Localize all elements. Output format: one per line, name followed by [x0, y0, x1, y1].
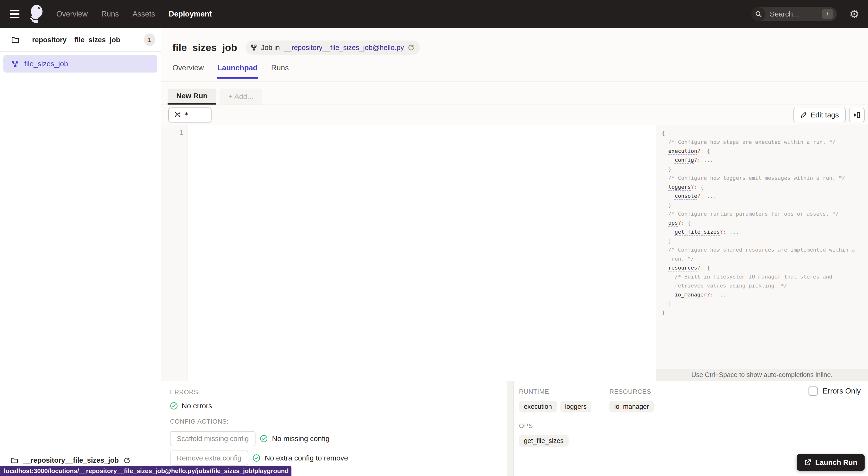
schema-key-loggers[interactable]: loggers — [669, 184, 691, 190]
run-tab-add[interactable]: + Add... — [220, 89, 262, 105]
schema-line: /* Configure how steps are executed with… — [662, 138, 868, 146]
runtime-loggers-tag: loggers — [560, 401, 592, 412]
nav-link-assets[interactable]: Assets — [133, 10, 155, 19]
edit-tags-button[interactable]: Edit tags — [794, 108, 846, 122]
toolbar-right: Edit tags — [794, 108, 865, 122]
job-origin-link[interactable]: __repository__file_sizes_job@hello.py — [284, 44, 404, 52]
menu-icon[interactable] — [10, 10, 21, 18]
schema-key-io-manager[interactable]: io_manager — [675, 292, 707, 298]
job-tabs: OverviewLaunchpadRuns — [161, 64, 868, 81]
schema-line: } — [662, 165, 868, 173]
schema-token: : { — [701, 148, 710, 154]
job-header: file_sizes_job Job in __repository__file… — [161, 28, 868, 64]
launch-run-button[interactable]: Launch Run — [797, 454, 865, 471]
schema-key-resources[interactable]: resources — [669, 265, 697, 271]
schema-line: loggers?: { — [662, 182, 868, 192]
nav-link-runs[interactable]: Runs — [101, 10, 119, 19]
schema-token: /* Configure runtime parameters for ops … — [662, 211, 839, 217]
schema-token: : { — [701, 265, 710, 271]
tab-runs[interactable]: Runs — [271, 64, 289, 79]
run-tab-new-run[interactable]: New Run — [167, 89, 216, 105]
no-missing-config-text: No missing config — [272, 435, 330, 443]
scaffold-config-row: Scaffold missing config No missing confi… — [170, 431, 507, 446]
remove-config-row: Remove extra config No extra config to r… — [170, 450, 507, 466]
op-selector-input[interactable]: * — [168, 107, 212, 123]
status-url-tooltip: localhost:3000/locations/__repository__f… — [0, 466, 291, 476]
schema-token: : ... — [723, 229, 739, 235]
schema-token — [662, 292, 675, 298]
schema-token: { — [662, 130, 665, 136]
schema-line: get_file_sizes?: ... — [662, 227, 868, 236]
search-placeholder: Search... — [770, 10, 822, 18]
line-number: 1 — [180, 129, 183, 136]
no-extra-config-text: No extra config to remove — [265, 454, 348, 462]
resource-io-manager-tag: io_manager — [609, 401, 654, 412]
launchpad-toolbar: * Edit tags — [161, 105, 868, 125]
panel-resize-handle[interactable] — [507, 381, 514, 476]
runtime-execution-tag: execution — [519, 401, 557, 412]
schema-line: } — [662, 200, 868, 209]
sidebar-repo-header[interactable]: __repository__file_sizes_job 1 — [0, 28, 161, 52]
reload-icon[interactable] — [124, 457, 130, 464]
schema-line: } — [662, 236, 868, 245]
refresh-icon[interactable] — [408, 44, 414, 51]
schema-token: : ... — [697, 157, 713, 163]
scaffold-missing-config-button[interactable]: Scaffold missing config — [170, 431, 255, 446]
ops-group: OPS get_file_sizes — [519, 422, 591, 447]
schema-key-console[interactable]: console — [675, 193, 697, 199]
sidebar-item-label: file_sizes_job — [24, 60, 68, 68]
schema-token: ? — [694, 157, 697, 163]
config-editor[interactable] — [187, 125, 656, 381]
panel-expand-icon — [853, 111, 861, 118]
app-body: __repository__file_sizes_job 1 file_size… — [0, 28, 868, 476]
editor-gutter: 1 — [161, 125, 187, 381]
schema-token: /* Configure how loggers emit messages w… — [662, 175, 845, 181]
config-actions-heading: CONFIG ACTIONS: — [170, 418, 507, 425]
edit-tags-label: Edit tags — [810, 111, 839, 119]
schema-token: : { — [681, 220, 691, 226]
gear-icon[interactable]: ⚙ — [849, 8, 859, 20]
schema-line: execution?: { — [662, 146, 868, 156]
job-origin-tag: Job in __repository__file_sizes_job@hell… — [246, 40, 420, 55]
resources-tags: io_manager — [609, 401, 654, 412]
top-nav: OverviewRunsAssetsDeployment Search... /… — [0, 0, 868, 28]
errors-only-toggle[interactable]: Errors Only — [808, 386, 861, 396]
schema-token — [662, 220, 669, 226]
job-icon — [250, 44, 257, 51]
schema-line: config?: ... — [662, 156, 868, 165]
schema-key-get-file-sizes[interactable]: get_file_sizes — [675, 229, 720, 235]
expand-panel-button[interactable] — [849, 108, 865, 122]
remove-extra-config-button[interactable]: Remove extra config — [170, 450, 248, 466]
schema-token — [662, 184, 669, 190]
folder-icon — [11, 457, 18, 464]
sidebar-repo-name: __repository__file_sizes_job — [24, 36, 139, 44]
schema-token: ? — [707, 292, 710, 298]
schema-token: ? — [691, 184, 694, 190]
tab-overview[interactable]: Overview — [173, 64, 204, 79]
launch-icon — [804, 459, 811, 466]
sidebar-item-file-sizes-job[interactable]: file_sizes_job — [3, 55, 157, 72]
schema-key-ops[interactable]: ops — [669, 220, 678, 226]
main-content: file_sizes_job Job in __repository__file… — [161, 28, 868, 476]
op-graph-icon — [173, 111, 181, 119]
schema-line: ops?: { — [662, 218, 868, 227]
schema-token: /* Built-in filesystem IO manager that s… — [662, 274, 832, 280]
errors-only-checkbox[interactable] — [808, 386, 818, 396]
schema-key-execution[interactable]: execution — [669, 148, 697, 154]
tab-launchpad[interactable]: Launchpad — [217, 64, 257, 79]
schema-token: run. */ — [662, 256, 694, 262]
schema-key-config[interactable]: config — [675, 157, 694, 163]
search-shortcut-key: / — [822, 9, 833, 19]
nav-link-overview[interactable]: Overview — [56, 10, 88, 19]
schema-token: : ... — [701, 193, 716, 199]
schema-line: /* Built-in filesystem IO manager that s… — [662, 272, 868, 281]
nav-link-deployment[interactable]: Deployment — [169, 10, 212, 19]
schema-token: } — [662, 166, 672, 172]
dagster-logo-icon[interactable] — [28, 4, 46, 25]
sidebar: __repository__file_sizes_job 1 file_size… — [0, 28, 161, 476]
schema-token — [662, 148, 669, 154]
schema-token — [662, 193, 675, 199]
search-input[interactable]: Search... / — [751, 7, 837, 21]
schema-token: } — [662, 202, 672, 208]
schema-token: /* Configure how shared resources are im… — [662, 247, 855, 253]
